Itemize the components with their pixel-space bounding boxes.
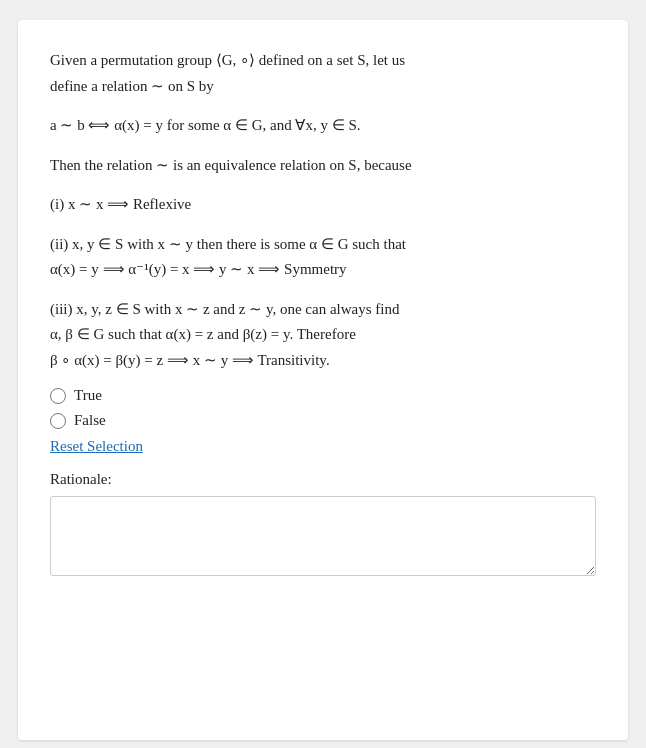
intro-line1: Given a permutation group ⟨G, ∘⟩ defined… [50,48,596,74]
then-relation-line: Then the relation ∼ is an equivalence re… [50,153,596,179]
property-i-text: (i) x ∼ x ⟹ Reflexive [50,192,596,218]
option-false-label: False [74,412,106,429]
property-ii-line2: α(x) = y ⟹ α⁻¹(y) = x ⟹ y ∼ x ⟹ Symmetry [50,257,596,283]
property-symmetry: (ii) x, y ∈ S with x ∼ y then there is s… [50,232,596,283]
radio-false[interactable] [50,413,66,429]
definition-line: a ∼ b ⟺ α(x) = y for some α ∈ G, and ∀x,… [50,113,596,139]
property-iii-line1: (iii) x, y, z ∈ S with x ∼ z and z ∼ y, … [50,297,596,323]
definition-text: a ∼ b ⟺ α(x) = y for some α ∈ G, and ∀x,… [50,117,361,133]
then-text: Then the relation ∼ is an equivalence re… [50,157,412,173]
reset-selection-link[interactable]: Reset Selection [50,437,596,471]
radio-true[interactable] [50,388,66,404]
rationale-textarea[interactable] [50,496,596,576]
question-card: Given a permutation group ⟨G, ∘⟩ defined… [18,20,628,740]
reset-link-text[interactable]: Reset Selection [50,438,143,455]
rationale-label: Rationale: [50,471,596,488]
property-iii-line3: β ∘ α(x) = β(y) = z ⟹ x ∼ y ⟹ Transitivi… [50,348,596,374]
property-ii-line1: (ii) x, y ∈ S with x ∼ y then there is s… [50,232,596,258]
option-true[interactable]: True [50,387,596,404]
option-false[interactable]: False [50,412,596,429]
answer-options: True False [50,387,596,429]
option-true-label: True [74,387,102,404]
intro-paragraph: Given a permutation group ⟨G, ∘⟩ defined… [50,48,596,99]
property-reflexive: (i) x ∼ x ⟹ Reflexive [50,192,596,218]
property-iii-line2: α, β ∈ G such that α(x) = z and β(z) = y… [50,322,596,348]
intro-line2: define a relation ∼ on S by [50,74,596,100]
property-transitivity: (iii) x, y, z ∈ S with x ∼ z and z ∼ y, … [50,297,596,374]
